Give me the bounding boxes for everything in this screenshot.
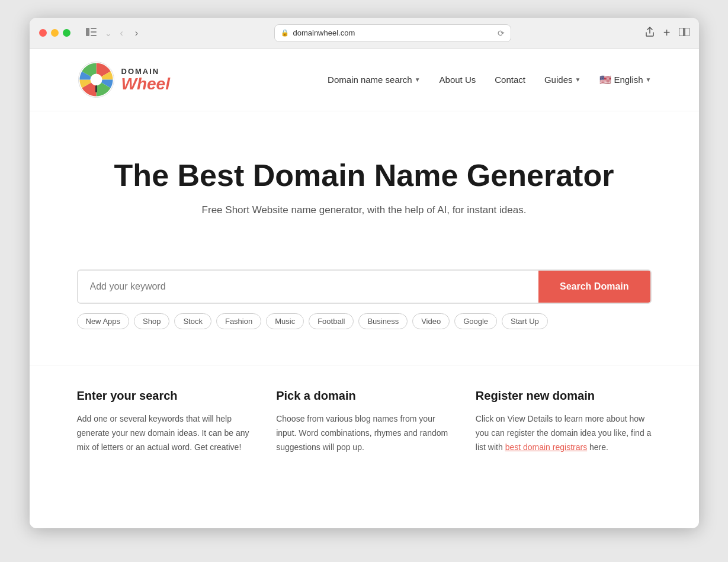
browser-actions: + <box>644 26 689 40</box>
info-card-pick-domain: Pick a domain Choose from various blog n… <box>276 389 452 454</box>
browser-controls: ⌄ ‹ › <box>82 25 142 41</box>
svg-rect-9 <box>95 85 97 92</box>
search-box: Search Domain <box>77 269 652 304</box>
chevron-down-icon: ▼ <box>646 76 652 83</box>
maximize-button[interactable] <box>63 29 70 37</box>
main-nav: DOMAIN Wheel Domain name search ▼ About … <box>30 49 699 111</box>
logo-wheel-text: Wheel <box>121 76 170 92</box>
close-button[interactable] <box>39 29 47 37</box>
chevron-down-icon: ▼ <box>575 76 581 83</box>
nav-domain-search[interactable]: Domain name search ▼ <box>328 75 420 85</box>
info-card-register-domain-body: Click on View Details to learn more abou… <box>476 412 652 454</box>
svg-rect-4 <box>679 28 684 36</box>
nav-language[interactable]: 🇺🇸 English ▼ <box>599 74 651 85</box>
tags-container: New AppsShopStockFashionMusicFootballBus… <box>30 313 699 329</box>
tag-item[interactable]: Google <box>454 313 497 329</box>
info-card-register-domain-title: Register new domain <box>476 389 652 403</box>
hero-section: The Best Domain Name Generator Free Shor… <box>30 111 699 269</box>
nav-domain-search-label: Domain name search <box>328 75 412 85</box>
info-card-enter-search-title: Enter your search <box>77 389 253 403</box>
nav-contact[interactable]: Contact <box>495 75 525 85</box>
url-text: domainwheel.com <box>293 28 355 37</box>
register-body-end: here. <box>587 442 608 452</box>
svg-rect-0 <box>86 28 89 36</box>
tag-item[interactable]: Start Up <box>502 313 548 329</box>
browser-titlebar: ⌄ ‹ › 🔒 domainwheel.com ⟳ + <box>30 18 699 49</box>
sidebar-toggle-button[interactable] <box>82 25 100 41</box>
chevron-down-icon: ▼ <box>415 76 421 83</box>
search-input[interactable] <box>78 271 539 303</box>
tag-item[interactable]: Fashion <box>216 313 261 329</box>
svg-rect-3 <box>91 35 97 36</box>
address-bar[interactable]: 🔒 domainwheel.com ⟳ <box>274 24 511 42</box>
info-card-register-domain: Register new domain Click on View Detail… <box>476 389 652 454</box>
svg-rect-5 <box>685 28 689 36</box>
registrars-link[interactable]: best domain registrars <box>505 442 588 452</box>
hero-title: The Best Domain Name Generator <box>77 159 652 192</box>
search-container: Search Domain <box>30 269 699 304</box>
svg-rect-2 <box>91 31 97 33</box>
address-bar-container: 🔒 domainwheel.com ⟳ <box>149 24 637 42</box>
nav-language-label: English <box>614 75 643 85</box>
tag-item[interactable]: Music <box>266 313 304 329</box>
info-cards: Enter your search Add one or several key… <box>30 365 699 490</box>
share-button[interactable] <box>644 27 655 40</box>
chevron-down-icon: ⌄ <box>105 28 112 38</box>
traffic-lights <box>39 29 70 37</box>
split-view-button[interactable] <box>679 28 689 38</box>
tag-item[interactable]: Football <box>309 313 354 329</box>
back-button[interactable]: ‹ <box>117 25 127 41</box>
search-domain-button[interactable]: Search Domain <box>538 271 650 303</box>
logo[interactable]: DOMAIN Wheel <box>77 60 170 99</box>
lock-icon: 🔒 <box>281 29 289 37</box>
info-card-enter-search: Enter your search Add one or several key… <box>77 389 253 454</box>
tag-item[interactable]: Shop <box>134 313 169 329</box>
info-card-enter-search-body: Add one or several keywords that will he… <box>77 412 253 454</box>
nav-links: Domain name search ▼ About Us Contact Gu… <box>328 74 651 85</box>
nav-guides[interactable]: Guides ▼ <box>544 75 581 85</box>
nav-contact-label: Contact <box>495 75 525 85</box>
new-tab-button[interactable]: + <box>663 26 671 40</box>
tag-item[interactable]: Video <box>412 313 450 329</box>
svg-rect-1 <box>91 28 97 29</box>
tag-item[interactable]: New Apps <box>77 313 130 329</box>
tag-item[interactable]: Stock <box>174 313 211 329</box>
page-content: DOMAIN Wheel Domain name search ▼ About … <box>30 49 699 528</box>
minimize-button[interactable] <box>51 29 59 37</box>
reload-icon[interactable]: ⟳ <box>498 28 505 38</box>
flag-icon: 🇺🇸 <box>599 74 611 85</box>
nav-about-us-label: About Us <box>440 75 476 85</box>
tag-item[interactable]: Business <box>358 313 408 329</box>
nav-guides-label: Guides <box>544 75 573 85</box>
nav-about-us[interactable]: About Us <box>440 75 476 85</box>
svg-point-8 <box>90 74 102 86</box>
logo-text: DOMAIN Wheel <box>121 67 170 92</box>
hero-subtitle: Free Short Website name generator, with … <box>77 204 652 216</box>
logo-icon <box>77 60 116 99</box>
info-card-pick-domain-title: Pick a domain <box>276 389 452 403</box>
info-card-pick-domain-body: Choose from various blog names from your… <box>276 412 452 454</box>
forward-button[interactable]: › <box>132 25 142 41</box>
browser-window: ⌄ ‹ › 🔒 domainwheel.com ⟳ + <box>30 18 699 528</box>
